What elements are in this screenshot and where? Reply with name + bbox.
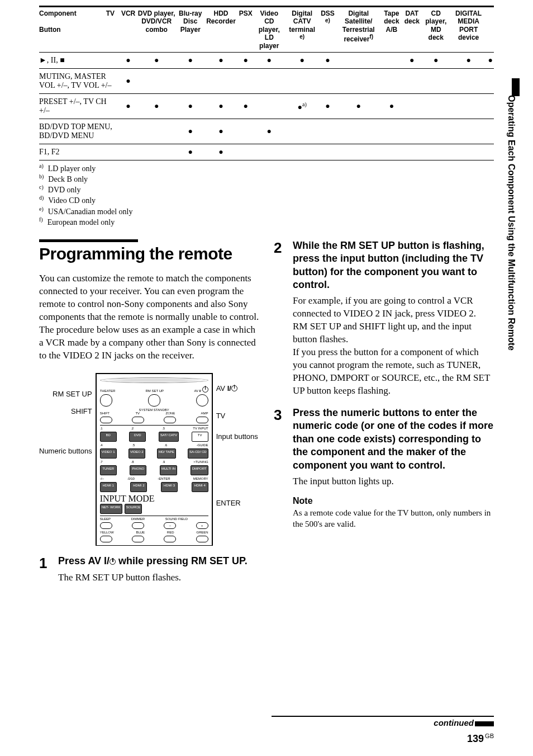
label-tv: TV bbox=[216, 412, 258, 420]
th-catv: Digital CATV terminal e) bbox=[285, 7, 320, 53]
th-bluray: Blu-ray Disc Player bbox=[177, 7, 204, 53]
amp-button[interactable] bbox=[196, 417, 208, 423]
compatibility-table: ComponentButton TV VCR DVD player, DVD/V… bbox=[39, 6, 494, 160]
fn-e: USA/Canadian model only bbox=[48, 207, 133, 215]
page-heading: Programming the remote bbox=[39, 244, 259, 263]
fn-f: European model only bbox=[47, 218, 115, 226]
th-tape: Tape deck A/B bbox=[381, 7, 402, 53]
shift-button[interactable] bbox=[100, 417, 112, 423]
dmport-button[interactable]: DMPORT bbox=[191, 465, 208, 475]
step-3-heading: Press the numeric buttons to enter the n… bbox=[293, 407, 494, 472]
row-play-pause-stop: ►, II, ■ bbox=[39, 52, 120, 68]
page-number: 139GB bbox=[467, 733, 494, 745]
continued-bar: continued bbox=[272, 716, 494, 728]
intro-paragraph: You can customize the remote to match th… bbox=[39, 272, 259, 362]
table-row: PRESET +/–, TV CH +/– ●●●●●●a)●●● bbox=[39, 93, 494, 119]
zone-button[interactable] bbox=[164, 417, 176, 423]
green-button[interactable] bbox=[196, 536, 208, 542]
step-2-number: 2 bbox=[274, 239, 286, 257]
note-heading: Note bbox=[293, 496, 494, 506]
step-1-number: 1 bbox=[39, 555, 51, 572]
power-icon bbox=[202, 386, 208, 393]
step-1-body: The RM SET UP button flashes. bbox=[58, 571, 259, 584]
fn-d: Video CD only bbox=[48, 196, 96, 205]
th-vcd: Video CD player, LD player bbox=[254, 7, 285, 53]
row-bd-dvd-menu: BD/DVD TOP MENU, BD/DVD MENU bbox=[39, 119, 120, 144]
blue-button[interactable] bbox=[132, 536, 144, 542]
hdmi1-button[interactable]: HDMI 1 bbox=[100, 482, 117, 492]
table-row: BD/DVD TOP MENU, BD/DVD MENU ●●● bbox=[39, 119, 494, 144]
dimmer-button[interactable] bbox=[132, 522, 144, 529]
step-3-body: The input button lights up. bbox=[293, 475, 494, 488]
yellow-button[interactable] bbox=[100, 536, 112, 542]
fn-b: Deck B only bbox=[48, 175, 88, 183]
side-section-label: Operating Each Component Using the Multi… bbox=[506, 95, 516, 351]
hdmi4-button[interactable]: HDMI 4 bbox=[192, 482, 208, 492]
power-icon bbox=[110, 559, 116, 565]
row-preset-ch: PRESET +/–, TV CH +/– bbox=[39, 93, 120, 119]
sacd-button[interactable]: SA-CD/ CD bbox=[188, 448, 208, 459]
label-rm-set-up: RM SET UP bbox=[39, 390, 92, 398]
sound-field-plus-button[interactable]: + bbox=[196, 522, 208, 529]
th-tv: TV bbox=[101, 7, 120, 53]
av-power-button[interactable] bbox=[196, 394, 208, 407]
tv-input-button[interactable]: TV bbox=[192, 432, 208, 442]
th-vcr: VCR bbox=[120, 7, 136, 53]
sat-catv-button[interactable]: SAT/ CATV bbox=[159, 432, 179, 442]
dvd-button[interactable]: DVD bbox=[129, 432, 146, 442]
step-3-number: 3 bbox=[274, 407, 286, 424]
table-row: MUTING, MASTER VOL +/–, TV VOL +/– ● bbox=[39, 68, 494, 93]
label-input-buttons: Input buttons bbox=[216, 432, 258, 441]
hdmi2-button[interactable]: HDMI 2 bbox=[130, 482, 147, 492]
table-row: ►, II, ■ ●●●●●●●●●●●● bbox=[39, 52, 494, 68]
th-hdd: HDD Recorder bbox=[204, 7, 237, 53]
tuner-button[interactable]: TUNER bbox=[100, 465, 117, 475]
step-1-heading: Press AV I/ while pressing RM SET UP. bbox=[58, 555, 259, 568]
phono-button[interactable]: PHONO bbox=[130, 465, 146, 475]
fn-c: DVD only bbox=[48, 186, 81, 194]
th-cd: CD player, MD deck bbox=[422, 7, 450, 53]
th-dmport: DIGITAL MEDIA PORT device bbox=[450, 7, 487, 53]
th-psx: PSX bbox=[238, 7, 254, 53]
rm-set-up-button[interactable] bbox=[148, 394, 160, 407]
th-dat: DAT deck bbox=[402, 7, 422, 53]
row-f1-f2: F1, F2 bbox=[39, 144, 120, 160]
theater-button[interactable] bbox=[100, 394, 112, 407]
th-button: ComponentButton bbox=[39, 7, 101, 53]
footnote-list: a)LD player only b)Deck B only c)DVD onl… bbox=[39, 163, 494, 227]
multi-in-button[interactable]: MULTI IN bbox=[160, 465, 177, 475]
side-tab-marker bbox=[512, 78, 520, 96]
power-icon bbox=[231, 385, 237, 391]
md-tape-button[interactable]: MD/ TAPE bbox=[157, 448, 176, 459]
sound-field-minus-button[interactable]: – bbox=[164, 522, 176, 529]
step-2-body: For example, if you are going to control… bbox=[293, 295, 494, 398]
remote-control-outline: THEATER RM SET UP AV I/ SYSTEM STANDBY S… bbox=[96, 373, 213, 546]
red-button[interactable] bbox=[164, 536, 176, 542]
tv-button[interactable] bbox=[132, 417, 144, 423]
sleep-button[interactable] bbox=[100, 522, 112, 529]
bd-button[interactable]: BD bbox=[100, 432, 117, 442]
video2-button[interactable]: VIDEO 2 bbox=[129, 448, 145, 459]
continued-label: continued bbox=[434, 718, 494, 727]
step-2-heading: While the RM SET UP button is flashing, … bbox=[293, 239, 494, 292]
heading-rule bbox=[39, 239, 138, 242]
th-dss: DSS e) bbox=[319, 7, 336, 53]
label-shift: SHIFT bbox=[39, 407, 92, 415]
source-button[interactable]: SOURCE bbox=[125, 504, 142, 514]
fn-a: LD player only bbox=[48, 164, 96, 173]
label-enter: ENTER bbox=[216, 499, 258, 507]
video1-button[interactable]: VIDEO 1 bbox=[100, 448, 117, 459]
note-body: As a remote code value for the TV button… bbox=[293, 507, 494, 530]
th-dvd: DVD player, DVD/VCR combo bbox=[136, 7, 177, 53]
th-sat: Digital Satellite/ Terrestrial receiverf… bbox=[336, 7, 381, 53]
hdmi3-button[interactable]: HDMI 3 bbox=[161, 482, 178, 492]
remote-diagram: RM SET UP SHIFT Numeric buttons THEATER … bbox=[39, 373, 259, 546]
row-muting-vol: MUTING, MASTER VOL +/–, TV VOL +/– bbox=[39, 68, 120, 93]
label-numeric: Numeric buttons bbox=[39, 447, 92, 455]
label-av-io: AV I/ bbox=[216, 384, 258, 393]
network-button[interactable]: NET- WORK bbox=[100, 504, 122, 514]
table-row: F1, F2 ●● bbox=[39, 144, 494, 160]
